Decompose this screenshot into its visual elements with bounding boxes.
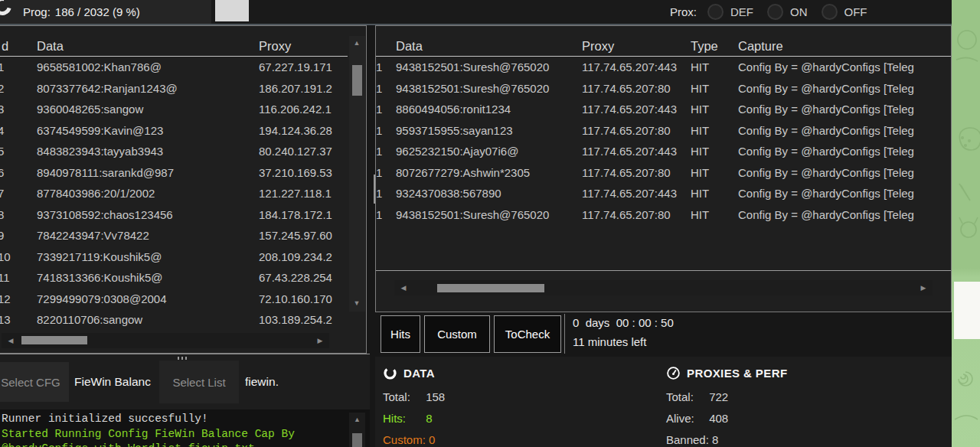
cell-proxy: 67.43.228.254 (257, 267, 348, 289)
column-header-id[interactable] (376, 35, 388, 56)
splitter-grip-icon[interactable] (178, 357, 187, 360)
scroll-down-icon[interactable]: ▼ (349, 298, 364, 308)
proxy-mode-option[interactable]: ON (767, 4, 808, 20)
proxy-mode-option[interactable]: DEF (707, 4, 753, 20)
log-console[interactable]: Runner initialized succesfully! Started … (0, 409, 370, 447)
scroll-right-icon[interactable]: ▶ (916, 282, 931, 293)
scroll-up-icon[interactable]: ▲ (349, 38, 364, 48)
scrollbar-thumb[interactable] (21, 336, 87, 344)
table-row[interactable]: 6 8940978111:sarankd@987 37.210.169.53 (0, 162, 348, 184)
table-row[interactable]: 1 9324370838:567890 117.74.65.207:443 HI… (376, 183, 951, 204)
top-bar: Prog: 186 / 2032 (9 %) Prox: DEF ON (0, 0, 952, 25)
table-row[interactable]: 1 9625232150:Ajay07i6@ 117.74.65.207:443… (376, 141, 951, 162)
cell-proxy: 186.207.191.2 (257, 78, 348, 100)
column-header-id[interactable]: d (0, 35, 35, 56)
cell-capture: Config By = @hardyConfigs [Teleg (730, 162, 951, 184)
table-row[interactable]: 1 9438152501:Suresh@765020 117.74.65.207… (376, 204, 951, 226)
stat-label: Hits: (383, 411, 423, 426)
table-row[interactable]: 3 9360048265:sangow 116.206.242.1 (0, 99, 348, 120)
scroll-right-icon[interactable]: ▶ (312, 335, 328, 346)
left-vertical-scrollbar[interactable]: ▲ ▼ (349, 36, 365, 312)
column-header-data[interactable]: Data (35, 35, 257, 56)
cell-proxy: 103.189.254.2 (257, 309, 348, 331)
cell-id: 11 (0, 267, 35, 289)
right-horizontal-scrollbar[interactable]: ◀ ▶ (394, 280, 933, 295)
proxy-mode-option[interactable]: OFF (822, 4, 867, 20)
table-row[interactable]: 1 8860494056:ronit1234 117.74.65.207:443… (376, 99, 951, 120)
table-row[interactable]: 4 6374549599:Kavin@123 194.124.36.28 (0, 120, 348, 142)
tab-tocheck[interactable]: ToCheck (494, 315, 561, 353)
select-list-button[interactable]: Select List (159, 361, 239, 403)
cell-capture: Config By = @hardyConfigs [Teleg (730, 141, 951, 162)
cell-proxy: 72.10.160.170 (257, 289, 348, 310)
stat-label: Custom: (383, 432, 426, 447)
selected-list-name: fiewin. (245, 362, 337, 402)
cell-id: 6 (0, 162, 35, 184)
left-table-body: 1 9658581002:Khan786@ 67.227.19.171 2 80… (0, 57, 366, 331)
stats-area: DATA Total: 158 Hits: 8 Custom: (375, 357, 952, 447)
proxy-stats-title-text: PROXIES & PERF (687, 367, 787, 380)
scrollbar-thumb[interactable] (352, 433, 362, 447)
progress-readout: Prog: 186 / 2032 (9 %) (23, 0, 140, 24)
tab-hits[interactable]: Hits (381, 315, 420, 353)
table-row[interactable]: 1 9593715955:sayan123 117.74.65.207:80 H… (376, 120, 951, 142)
table-row[interactable]: 11 7418313366:Koushik5@ 67.43.228.254 (0, 267, 348, 289)
cell-data: 7842243947:Vv78422 (35, 225, 257, 246)
cell-proxy: 121.227.118.1 (257, 183, 348, 204)
table-row[interactable]: 13 8220110706:sangow 103.189.254.2 (0, 309, 348, 331)
table-row[interactable]: 12 7299499079:0308@2004 72.10.160.170 (0, 289, 348, 310)
cell-data: 9324370838:567890 (388, 183, 574, 204)
table-row[interactable]: 1 9438152501:Suresh@765020 117.74.65.207… (376, 78, 951, 100)
cell-id: 3 (0, 99, 35, 120)
column-header-type[interactable]: Type (683, 35, 730, 56)
stat-row: Total: 158 (383, 390, 445, 404)
column-header-proxy[interactable]: Proxy (257, 35, 348, 56)
scroll-left-icon[interactable]: ◀ (3, 335, 18, 346)
cell-proxy: 117.74.65.207:443 (574, 57, 683, 78)
left-table-header: d Data Proxy (0, 35, 348, 57)
scroll-left-icon[interactable]: ◀ (396, 282, 411, 293)
scrollbar-thumb[interactable] (352, 65, 362, 96)
hits-results-panel: Data Proxy Type Capture 1 9438152501:Sur… (375, 25, 952, 312)
table-row[interactable]: 9 7842243947:Vv78422 157.245.97.60 (0, 225, 348, 246)
cell-id: 1 (376, 141, 388, 162)
right-table: Data Proxy Type Capture 1 9438152501:Sur… (376, 35, 951, 225)
stat-value: 0 (429, 433, 435, 446)
proxy-mode-label: Prox: (670, 5, 697, 18)
table-row[interactable]: 5 8483823943:tayyab3943 80.240.127.37 (0, 141, 348, 162)
log-vertical-scrollbar[interactable]: ▲ (349, 413, 365, 447)
radio-button-icon[interactable] (822, 4, 838, 20)
cell-id: 9 (0, 225, 35, 246)
cell-id: 1 (376, 78, 388, 100)
cell-capture: Config By = @hardyConfigs [Teleg (730, 78, 951, 100)
select-cfg-button[interactable]: Select CFG (0, 362, 69, 402)
radio-button-icon[interactable] (707, 4, 724, 20)
radio-button-icon[interactable] (767, 4, 783, 20)
cell-data: 7339217119:Koushik5@ (35, 246, 257, 268)
column-header-capture[interactable]: Capture (730, 35, 951, 56)
cell-id: 7 (0, 183, 35, 204)
table-row[interactable]: 1 8072677279:Ashwin*2305 117.74.65.207:8… (376, 162, 951, 184)
cell-type: HIT (683, 78, 730, 100)
log-line: Runner initialized succesfully! (2, 412, 370, 427)
scrollbar-thumb[interactable] (437, 284, 544, 292)
table-row[interactable]: 2 8073377642:Ranjan1243@ 186.207.191.2 (0, 78, 348, 100)
table-row[interactable]: 7 8778403986:20/1/2002 121.227.118.1 (0, 183, 348, 204)
table-row[interactable]: 8 9373108592:chaos123456 184.178.172.1 (0, 204, 348, 226)
table-row[interactable]: 1 9438152501:Suresh@765020 117.74.65.207… (376, 57, 951, 78)
cell-proxy: 117.74.65.207:443 (574, 99, 683, 120)
column-header-proxy[interactable]: Proxy (574, 35, 683, 56)
radio-label: OFF (844, 5, 867, 18)
cell-data: 6374549599:Kavin@123 (35, 120, 257, 142)
scroll-up-icon[interactable]: ▲ (349, 414, 365, 425)
tab-custom[interactable]: Custom (424, 315, 490, 353)
proxy-stats-rows: Total: 722 Alive: 408 Banned: 8 (666, 390, 787, 447)
column-header-data[interactable]: Data (388, 35, 574, 56)
table-row[interactable]: 10 7339217119:Koushik5@ 208.109.234.2 (0, 246, 348, 268)
toolbar-button[interactable] (215, 0, 249, 21)
cell-id: 1 (0, 57, 35, 78)
table-row[interactable]: 1 9658581002:Khan786@ 67.227.19.171 (0, 57, 348, 78)
cell-type: HIT (683, 57, 730, 78)
progress-area: Prog: 186 / 2032 (9 %) (0, 0, 211, 24)
left-horizontal-scrollbar[interactable]: ◀ ▶ (2, 333, 329, 348)
